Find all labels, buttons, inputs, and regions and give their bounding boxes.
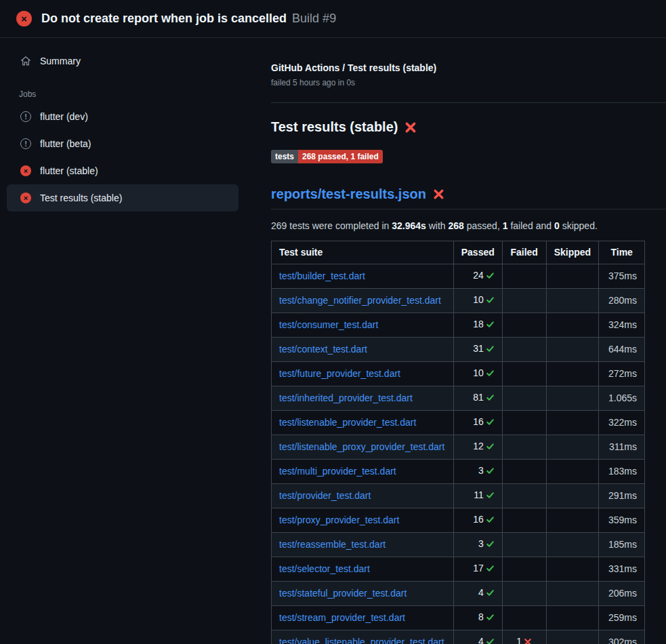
time-cell: 291ms — [599, 484, 645, 508]
test-suite-link[interactable]: test/context_test.dart — [279, 344, 367, 355]
passed-count: 16 — [473, 514, 484, 525]
table-row: test/context_test.dart31644ms — [272, 338, 645, 362]
alert-circle-icon: ! — [20, 138, 31, 149]
check-mark-icon — [486, 369, 495, 380]
test-suite-link[interactable]: test/builder_test.dart — [279, 270, 365, 281]
passed-count: 4 — [478, 587, 484, 598]
home-icon — [20, 56, 31, 66]
time-cell: 185ms — [599, 533, 645, 557]
skipped-cell — [546, 508, 599, 533]
test-suite-link[interactable]: test/value_listenable_provider_test.dart — [279, 637, 444, 644]
summary-text: 269 tests were completed in — [271, 220, 392, 231]
column-header-skipped: Skipped — [546, 241, 599, 264]
passed-cell: 17 — [453, 557, 502, 582]
sidebar: Summary Jobs !flutter (dev)!flutter (bet… — [0, 38, 249, 212]
report-file-heading[interactable]: reports/test-results.json — [271, 186, 666, 209]
test-suite-link[interactable]: test/proxy_provider_test.dart — [279, 515, 399, 525]
table-row: test/stateful_provider_test.dart4206ms — [272, 582, 645, 606]
time-cell: 206ms — [599, 582, 645, 606]
time-cell: 322ms — [599, 411, 645, 435]
failed-cell — [502, 386, 546, 411]
skipped-cell — [546, 313, 599, 338]
test-suite-link[interactable]: test/provider_test.dart — [279, 490, 371, 501]
failed-cell — [502, 606, 546, 630]
time-cell: 302ms — [599, 630, 645, 644]
job-label: flutter (stable) — [40, 165, 98, 177]
test-suite-link[interactable]: test/inherited_provider_test.dart — [279, 393, 413, 403]
passed-count: 16 — [473, 416, 484, 427]
table-row: test/proxy_provider_test.dart16359ms — [272, 508, 645, 533]
skipped-cell — [546, 289, 599, 313]
check-mark-icon — [486, 393, 495, 405]
sidebar-job-test-results-stable[interactable]: ×Test results (stable) — [7, 184, 238, 212]
failed-cell — [502, 508, 546, 533]
passed-count: 10 — [473, 294, 484, 305]
summary-text: skipped. — [560, 220, 598, 231]
badge-value: 268 passed, 1 failed — [298, 150, 383, 163]
failed-cell — [502, 484, 546, 508]
test-suite-link[interactable]: test/change_notifier_provider_test.dart — [279, 295, 441, 306]
test-suite-link[interactable]: test/listenable_provider_test.dart — [279, 417, 416, 428]
passed-count: 4 — [478, 636, 484, 644]
test-suite-link[interactable]: test/selector_test.dart — [279, 563, 370, 574]
failed-cell — [502, 435, 546, 460]
suite-cell: test/multi_provider_test.dart — [272, 460, 454, 484]
report-file-link[interactable]: reports/test-results.json — [271, 186, 426, 202]
table-row: test/selector_test.dart17331ms — [272, 557, 645, 582]
failed-cell — [502, 460, 546, 484]
table-row: test/value_listenable_provider_test.dart… — [272, 630, 645, 644]
job-label: flutter (dev) — [40, 110, 88, 123]
sidebar-job-flutter-stable[interactable]: ×flutter (stable) — [7, 157, 238, 184]
time-cell: 375ms — [599, 264, 645, 289]
passed-count: 12 — [473, 441, 484, 451]
passed-cell: 4 — [453, 582, 502, 606]
skipped-cell — [546, 582, 599, 606]
x-circle-icon: × — [16, 11, 32, 26]
skipped-cell — [546, 362, 599, 386]
test-suite-link[interactable]: test/multi_provider_test.dart — [279, 466, 396, 477]
table-row: test/change_notifier_provider_test.dart1… — [272, 289, 645, 313]
x-mark-icon — [433, 188, 444, 200]
skipped-cell — [546, 338, 599, 362]
test-suite-link[interactable]: test/listenable_proxy_provider_test.dart — [279, 441, 444, 452]
passed-cell: 3 — [453, 533, 502, 557]
passed-cell: 4 — [453, 630, 502, 644]
test-suite-link[interactable]: test/consumer_test.dart — [279, 319, 378, 330]
passed-cell: 16 — [453, 508, 502, 533]
suite-cell: test/stateful_provider_test.dart — [272, 582, 454, 606]
time-cell: 359ms — [599, 508, 645, 533]
check-run-header: × Do not create report when job is cance… — [0, 0, 666, 38]
build-number: Build #9 — [292, 12, 336, 25]
test-suite-link[interactable]: test/reassemble_test.dart — [279, 539, 386, 550]
passed-cell: 31 — [453, 338, 502, 362]
failed-cell — [502, 411, 546, 435]
summary-passed-count: 268 — [449, 220, 464, 231]
passed-count: 10 — [473, 367, 484, 378]
skipped-cell — [546, 435, 599, 460]
test-suite-link[interactable]: test/stream_provider_test.dart — [279, 612, 405, 623]
time-cell: 311ms — [599, 435, 645, 460]
suite-cell: test/selector_test.dart — [272, 557, 454, 582]
tests-badge: tests 268 passed, 1 failed — [271, 150, 383, 163]
failed-cell — [502, 338, 546, 362]
passed-cell: 10 — [453, 289, 502, 313]
failed-cell — [502, 533, 546, 557]
time-cell: 259ms — [599, 606, 645, 630]
sidebar-job-flutter-dev[interactable]: !flutter (dev) — [7, 103, 238, 130]
test-suite-link[interactable]: test/future_provider_test.dart — [279, 368, 400, 379]
suite-cell: test/value_listenable_provider_test.dart — [272, 630, 454, 644]
sidebar-item-summary[interactable]: Summary — [0, 49, 249, 73]
passed-count: 3 — [478, 465, 484, 476]
passed-cell: 11 — [453, 484, 502, 508]
badge-label: tests — [271, 150, 298, 163]
sidebar-job-flutter-beta[interactable]: !flutter (beta) — [7, 130, 238, 157]
suite-cell: test/change_notifier_provider_test.dart — [272, 289, 454, 313]
skipped-cell — [546, 606, 599, 630]
test-suite-link[interactable]: test/stateful_provider_test.dart — [279, 588, 407, 599]
time-cell: 331ms — [599, 557, 645, 582]
x-mark-icon — [404, 121, 417, 134]
job-label: flutter (beta) — [40, 138, 91, 150]
check-run-title-wrap: Do not create report when job is cancell… — [41, 12, 336, 26]
job-label: Test results (stable) — [40, 192, 122, 204]
x-mark-icon — [524, 637, 532, 644]
